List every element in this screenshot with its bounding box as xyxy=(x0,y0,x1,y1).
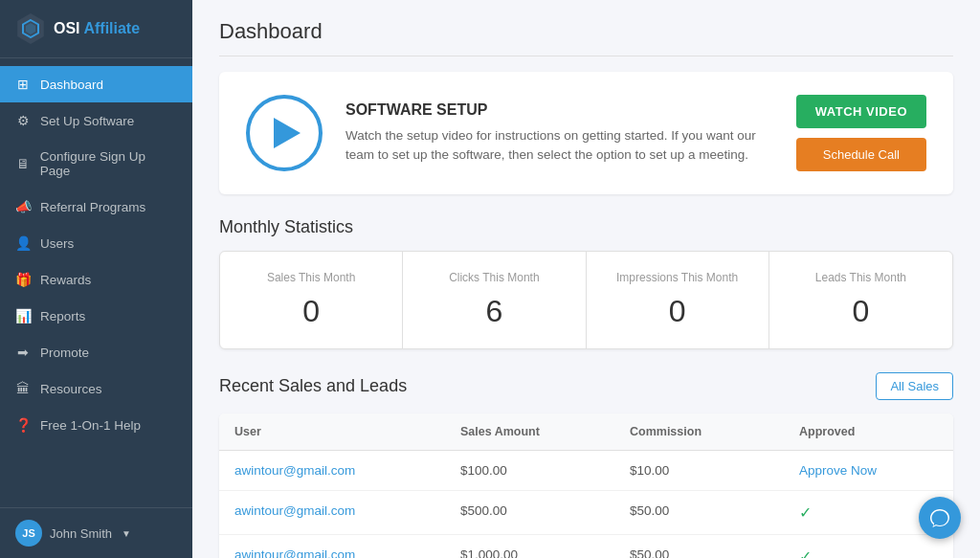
recent-sales-title: Recent Sales and Leads xyxy=(219,376,407,396)
sidebar-item-label: Resources xyxy=(40,382,102,396)
setup-icon: ⚙ xyxy=(15,113,31,128)
sidebar-item-rewards[interactable]: 🎁 Rewards xyxy=(0,261,192,298)
play-triangle-icon xyxy=(274,118,301,148)
referral-icon: 📣 xyxy=(15,199,31,214)
sales-table: User Sales Amount Commission Approved aw… xyxy=(219,413,953,558)
page-title: Dashboard xyxy=(219,19,953,56)
play-button[interactable] xyxy=(246,95,323,171)
table-header: User Sales Amount Commission Approved xyxy=(219,413,953,451)
setup-description: Watch the setup video for instructions o… xyxy=(345,126,773,166)
row3-commission: $50.00 xyxy=(614,535,784,558)
stats-grid: Sales This Month 0 Clicks This Month 6 I… xyxy=(219,251,953,349)
reports-icon: 📊 xyxy=(15,308,31,324)
row1-approve[interactable]: Approve Now xyxy=(784,451,953,490)
setup-heading: SOFTWARE SETUP xyxy=(345,101,773,119)
nav-items: ⊞ Dashboard ⚙ Set Up Software 🖥 Configur… xyxy=(0,58,192,507)
stat-leads-label: Leads This Month xyxy=(785,271,937,284)
sidebar: OSI Affiliate ⊞ Dashboard ⚙ Set Up Softw… xyxy=(0,0,192,558)
col-commission: Commission xyxy=(614,413,784,450)
logo-text: OSI Affiliate xyxy=(54,20,140,37)
stat-clicks-label: Clicks This Month xyxy=(418,271,569,284)
row1-amount: $100.00 xyxy=(445,451,614,490)
logo-area: OSI Affiliate xyxy=(0,0,192,58)
sidebar-item-dashboard[interactable]: ⊞ Dashboard xyxy=(0,66,192,102)
avatar: JS xyxy=(15,520,42,547)
table-row: awintour@gmail.com $100.00 $10.00 Approv… xyxy=(219,451,953,491)
section-header: Recent Sales and Leads All Sales xyxy=(219,372,953,400)
sidebar-item-referral-programs[interactable]: 📣 Referral Programs xyxy=(0,189,192,225)
setup-buttons: WATCH VIDEO Schedule Call xyxy=(796,95,926,171)
schedule-call-button[interactable]: Schedule Call xyxy=(796,138,926,171)
table-row: awintour@gmail.com $1,000.00 $50.00 ✓ xyxy=(219,535,953,558)
sidebar-item-label: Rewards xyxy=(40,273,91,287)
row3-amount: $1,000.00 xyxy=(445,535,614,558)
users-icon: 👤 xyxy=(15,235,31,251)
row2-user[interactable]: awintour@gmail.com xyxy=(219,491,445,534)
sidebar-item-label: Free 1-On-1 Help xyxy=(40,418,141,433)
stat-sales-value: 0 xyxy=(235,294,387,329)
row1-user[interactable]: awintour@gmail.com xyxy=(219,451,445,490)
user-footer[interactable]: JS John Smith ▼ xyxy=(0,507,192,558)
main-content: Dashboard SOFTWARE SETUP Watch the setup… xyxy=(192,0,980,558)
sidebar-item-help[interactable]: ❓ Free 1-On-1 Help xyxy=(0,407,192,443)
stat-impressions: Impressions This Month 0 xyxy=(587,252,769,348)
user-name: John Smith xyxy=(50,526,112,541)
sidebar-item-reports[interactable]: 📊 Reports xyxy=(0,298,192,334)
col-approved: Approved xyxy=(784,413,953,450)
sidebar-item-configure-signup[interactable]: 🖥 Configure Sign Up Page xyxy=(0,139,192,189)
monthly-statistics-section: Monthly Statistics Sales This Month 0 Cl… xyxy=(219,217,953,349)
sidebar-item-setup-software[interactable]: ⚙ Set Up Software xyxy=(0,102,192,139)
svg-marker-1 xyxy=(26,23,35,34)
chevron-down-icon: ▼ xyxy=(122,528,131,539)
stat-leads: Leads This Month 0 xyxy=(769,252,952,348)
sidebar-item-label: Promote xyxy=(40,346,89,360)
col-amount: Sales Amount xyxy=(445,413,614,450)
sidebar-item-label: Configure Sign Up Page xyxy=(40,149,177,178)
sidebar-item-label: Referral Programs xyxy=(40,200,145,214)
promote-icon: ➡ xyxy=(15,345,31,360)
all-sales-button[interactable]: All Sales xyxy=(876,372,953,400)
row3-approved: ✓ xyxy=(784,535,953,558)
sidebar-item-label: Dashboard xyxy=(40,78,103,92)
help-icon: ❓ xyxy=(15,417,31,433)
stat-clicks-value: 6 xyxy=(418,294,569,329)
sidebar-item-resources[interactable]: 🏛 Resources xyxy=(0,370,192,407)
sidebar-item-promote[interactable]: ➡ Promote xyxy=(0,334,192,370)
chat-button[interactable] xyxy=(919,497,961,539)
resources-icon: 🏛 xyxy=(15,381,31,396)
col-user: User xyxy=(219,413,445,450)
sidebar-item-label: Set Up Software xyxy=(40,114,134,128)
stat-sales-label: Sales This Month xyxy=(235,271,387,284)
table-row: awintour@gmail.com $500.00 $50.00 ✓ xyxy=(219,491,953,535)
configure-icon: 🖥 xyxy=(15,156,31,171)
stat-sales: Sales This Month 0 xyxy=(220,252,403,348)
row2-amount: $500.00 xyxy=(445,491,614,534)
watch-video-button[interactable]: WATCH VIDEO xyxy=(796,95,926,128)
row2-commission: $50.00 xyxy=(614,491,784,534)
monthly-stats-title: Monthly Statistics xyxy=(219,217,953,237)
sidebar-item-label: Reports xyxy=(40,309,85,324)
row3-user[interactable]: awintour@gmail.com xyxy=(219,535,445,558)
logo-icon xyxy=(15,13,46,44)
stat-impressions-label: Impressions This Month xyxy=(602,271,753,284)
setup-card: SOFTWARE SETUP Watch the setup video for… xyxy=(219,72,953,194)
setup-text: SOFTWARE SETUP Watch the setup video for… xyxy=(345,101,773,166)
stat-clicks: Clicks This Month 6 xyxy=(403,252,586,348)
row1-commission: $10.00 xyxy=(614,451,784,490)
rewards-icon: 🎁 xyxy=(15,272,31,287)
stat-leads-value: 0 xyxy=(785,294,937,329)
recent-sales-section: Recent Sales and Leads All Sales User Sa… xyxy=(219,372,953,558)
stat-impressions-value: 0 xyxy=(602,294,753,329)
sidebar-item-label: Users xyxy=(40,236,74,251)
sidebar-item-users[interactable]: 👤 Users xyxy=(0,225,192,261)
dashboard-icon: ⊞ xyxy=(15,77,31,92)
